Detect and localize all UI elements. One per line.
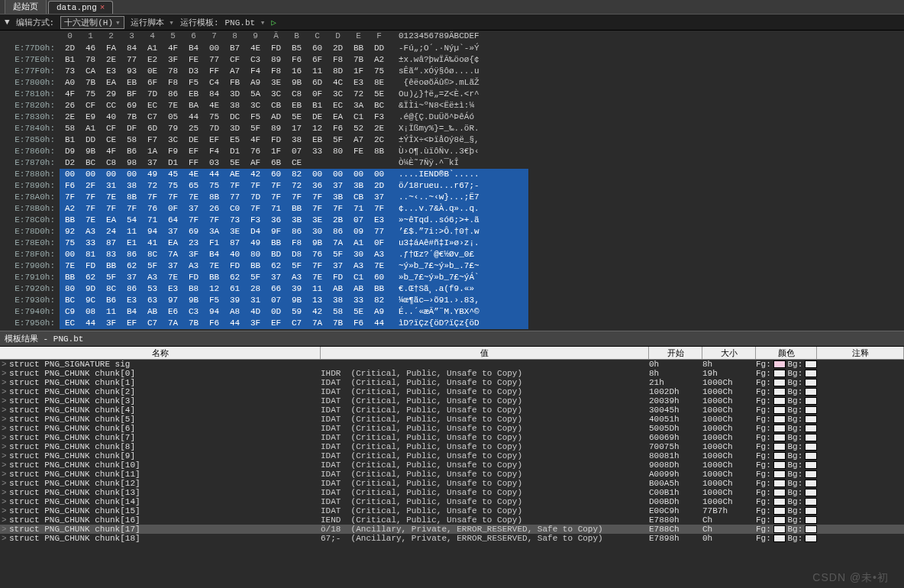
run-template-label: 运行模板:	[180, 17, 219, 28]
hex-row[interactable]: E:7920h:809D8C8653E3B8126128663911ABABBB…	[0, 283, 904, 295]
hex-row[interactable]: E:7880h:0000000049454E44AE42608200000000…	[0, 169, 904, 180]
toolbar: ▼ 编辑方式: 十六进制(H) 运行脚本 ▾ 运行模板: PNG.bt ▾ ▷	[0, 15, 904, 31]
col-note[interactable]: 注释	[817, 347, 904, 359]
results-header: 名称 值 开始 大小 颜色 注释	[0, 347, 904, 360]
hex-row[interactable]: E:78A0h:7F7F7E8B7F7F7E8B777D7F7F7F3BCB37…	[0, 192, 904, 203]
close-icon[interactable]: ×	[100, 3, 105, 12]
hex-row[interactable]: E:7900h:7EFDBB625F37A37EFDBB625F7F37A37E…	[0, 260, 904, 272]
col-name[interactable]: 名称	[0, 347, 321, 359]
hex-row[interactable]: E:7850h:B1DDCE58F73CDEEFE54FFD38EB5FA72C…	[0, 134, 904, 146]
table-row[interactable]: >struct PNG_CHUNK chunk[10]IDAT (Critica…	[0, 460, 904, 470]
hex-row[interactable]: E:77F0h:73CAE3930E78D3FFA7F4F816118D1F75…	[0, 66, 904, 77]
hex-row[interactable]: E:77D0h:2D46FA84A14FB400B74EFDB5602DBBDD…	[0, 43, 904, 54]
hex-header: 0123456789ÄBCDEF 0123456789ÄBCDEF	[0, 31, 904, 41]
marker-icon: ▼	[5, 18, 10, 27]
tab-bar: 起始页 data.png×	[0, 0, 904, 15]
hex-row[interactable]: E:77E0h:B1782E77E23FFE77CFC389F66FF87BA2…	[0, 54, 904, 66]
table-row[interactable]: >struct PNG_CHUNK chunk[6]IDAT (Critical…	[0, 424, 904, 433]
hex-row[interactable]: E:7910h:BB625F37A37EFDBB625F37A37EFDC160…	[0, 272, 904, 283]
table-row[interactable]: >struct PNG_SIGNATURE sig0h8hFg: Bg:	[0, 360, 904, 369]
table-row[interactable]: >struct PNG_CHUNK chunk[2]IDAT (Critical…	[0, 387, 904, 396]
table-row[interactable]: >struct PNG_CHUNK chunk[14]IDAT (Critica…	[0, 497, 904, 506]
col-color[interactable]: 颜色	[756, 347, 817, 359]
table-row[interactable]: >struct PNG_CHUNK chunk[9]IDAT (Critical…	[0, 451, 904, 460]
table-row[interactable]: >struct PNG_CHUNK chunk[8]IDAT (Critical…	[0, 442, 904, 451]
col-value[interactable]: 值	[321, 347, 649, 359]
edit-label: 编辑方式:	[16, 17, 55, 28]
table-row[interactable]: >struct PNG_CHUNK chunk[7]IDAT (Critical…	[0, 433, 904, 442]
table-row[interactable]: >struct PNG_CHUNK chunk[13]IDAT (Critica…	[0, 488, 904, 497]
table-row[interactable]: >struct PNG_CHUNK chunk[4]IDAT (Critical…	[0, 405, 904, 415]
tab-file[interactable]: data.png×	[48, 1, 113, 14]
hex-row[interactable]: E:78E0h:753387E141EA23F18749BBF89B7AA10F…	[0, 237, 904, 249]
hex-view[interactable]: E:77D0h:2D46FA84A14FB400B74EFDB5602DBBDD…	[0, 41, 904, 331]
hex-row[interactable]: E:7940h:C90811B4ABE6C394A84D0D5942585EA9…	[0, 306, 904, 318]
watermark: CSDN @未•初	[812, 571, 889, 585]
results-tree[interactable]: >struct PNG_SIGNATURE sig0h8hFg: Bg:>str…	[0, 360, 904, 543]
hex-row[interactable]: E:7800h:A07BEAEB6FF8F5C4FBA93E9B6D4CE38E…	[0, 77, 904, 89]
table-row[interactable]: >struct PNG_CHUNK chunk[1]IDAT (Critical…	[0, 378, 904, 387]
hex-row[interactable]: E:7840h:58A1CFDF6D79257D3D5F891712F6522E…	[0, 123, 904, 134]
results-title: 模板结果 - PNG.bt	[0, 331, 904, 347]
hex-row[interactable]: E:7820h:26CFCC69EC7EBA4E383CCBEBB1EC3ABC…	[0, 100, 904, 111]
tab-start[interactable]: 起始页	[5, 0, 47, 14]
hex-row[interactable]: E:7810h:4F7529BF7D86EB843D5A3CC80F3C725E…	[0, 89, 904, 100]
run-script-label[interactable]: 运行脚本 ▾	[131, 17, 174, 28]
hex-row[interactable]: E:78D0h:92A324119437693A3ED49F8630860977…	[0, 226, 904, 237]
table-row[interactable]: >struct PNG_CHUNK chunk[5]IDAT (Critical…	[0, 415, 904, 424]
hex-row[interactable]: E:7930h:BC9CB6E363979BF53931079B13383382…	[0, 295, 904, 306]
hex-row[interactable]: E:7870h:D2BCC89837D1FF035EAF6BCE Ò¼È˜7Ñÿ…	[0, 157, 904, 169]
play-icon[interactable]: ▷	[271, 18, 276, 27]
hex-row[interactable]: E:7860h:D99B4FB61AF9EFF4D1761F073380FE8B…	[0, 146, 904, 157]
hex-row[interactable]: E:78C0h:BB7EEA5471647F7F73F3363B3E2B07E3…	[0, 215, 904, 226]
table-row[interactable]: >struct PNG_CHUNK chunk[0]IHDR (Critical…	[0, 369, 904, 378]
hex-row[interactable]: E:78B0h:A27F7F7F760F3726C07F71BB7F7F717F…	[0, 203, 904, 215]
hex-row[interactable]: E:7890h:F62F3138727565757F7F7F7236373B2D…	[0, 180, 904, 192]
table-row[interactable]: >struct PNG_CHUNK chunk[3]IDAT (Critical…	[0, 396, 904, 405]
hex-row[interactable]: E:78F0h:008183868C7A3FB44080BDD8765F30A3…	[0, 249, 904, 260]
table-row[interactable]: >struct PNG_CHUNK chunk[18]67;- (Ancilla…	[0, 534, 904, 543]
hex-row[interactable]: E:7950h:EC443FEFC77A7BF6443FEFC77A7BF644…	[0, 318, 904, 329]
col-start[interactable]: 开始	[649, 347, 702, 359]
table-row[interactable]: >struct PNG_CHUNK chunk[11]IDAT (Critica…	[0, 470, 904, 479]
table-row[interactable]: >struct PNG_CHUNK chunk[16]IEND (Critica…	[0, 515, 904, 525]
template-name[interactable]: PNG.bt ▾	[225, 18, 266, 27]
table-row[interactable]: >struct PNG_CHUNK chunk[15]IDAT (Critica…	[0, 506, 904, 515]
table-row[interactable]: >struct PNG_CHUNK chunk[17]ö/18 (Ancilla…	[0, 525, 904, 534]
edit-mode-combo[interactable]: 十六进制(H)	[60, 16, 124, 29]
col-size[interactable]: 大小	[702, 347, 756, 359]
hex-row[interactable]: E:7830h:2EE9407BC7054475DCF5AD5EDEEAC1F3…	[0, 111, 904, 123]
table-row[interactable]: >struct PNG_CHUNK chunk[12]IDAT (Critica…	[0, 479, 904, 488]
